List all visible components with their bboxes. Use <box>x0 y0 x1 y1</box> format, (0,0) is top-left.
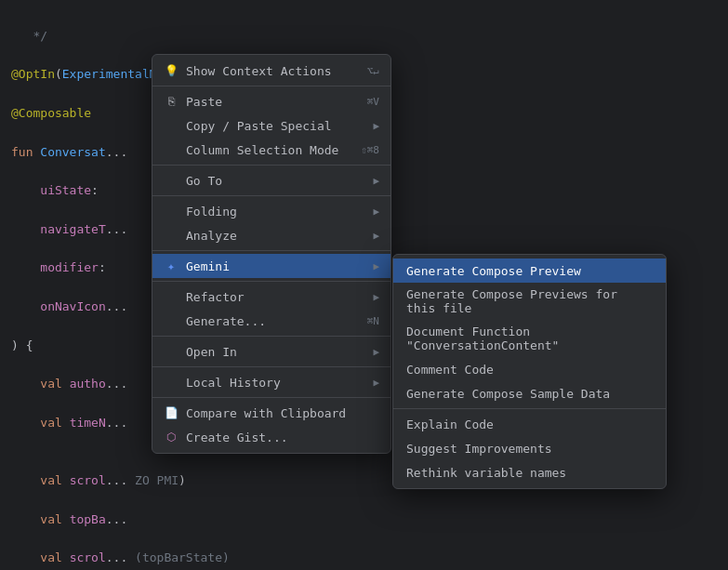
arrow-icon: ▶ <box>373 230 379 242</box>
menu-label: Local History <box>186 376 281 390</box>
menu-divider <box>152 165 390 166</box>
compare-icon: 📄 <box>164 405 179 420</box>
menu-label: Copy / Paste Special <box>186 119 332 133</box>
menu-label: Create Gist... <box>186 431 288 444</box>
submenu-item-generate-compose-sample[interactable]: Generate Compose Sample Data <box>393 381 666 405</box>
menu-item-column-selection[interactable]: Column Selection Mode ⇧⌘8 <box>152 138 390 162</box>
empty-icon <box>164 289 179 304</box>
shortcut: ⇧⌘8 <box>361 144 379 156</box>
menu-label: Gemini <box>186 259 230 273</box>
menu-label: Paste <box>186 95 222 109</box>
submenu-item-explain-code[interactable]: Explain Code <box>393 412 666 436</box>
arrow-icon: ▶ <box>373 120 379 132</box>
menu-item-go-to[interactable]: Go To ▶ <box>152 168 390 192</box>
menu-label: Generate... <box>186 314 266 328</box>
submenu-divider <box>393 408 666 409</box>
arrow-icon: ▶ <box>373 205 379 218</box>
submenu-label: Comment Code <box>406 363 494 377</box>
empty-icon <box>164 228 179 243</box>
menu-item-local-history[interactable]: Local History ▶ <box>152 370 390 394</box>
arrow-icon: ▶ <box>373 346 379 358</box>
menu-divider <box>152 366 390 367</box>
submenu-label: Generate Compose Sample Data <box>406 387 610 401</box>
menu-label: Compare with Clipboard <box>186 406 346 420</box>
menu-item-copy-paste-special[interactable]: Copy / Paste Special ▶ <box>152 113 390 138</box>
menu-item-show-context-actions[interactable]: 💡 Show Context Actions ⌥↵ <box>152 59 390 83</box>
menu-label: Analyze <box>186 229 237 243</box>
menu-divider <box>152 281 390 282</box>
gist-icon: ⬡ <box>164 430 179 444</box>
gemini-icon: ✦ <box>164 258 179 273</box>
menu-item-refactor[interactable]: Refactor ▶ <box>152 285 390 309</box>
menu-divider <box>152 195 390 196</box>
arrow-icon: ▶ <box>373 291 379 303</box>
empty-icon <box>164 344 179 359</box>
menu-item-compare-clipboard[interactable]: 📄 Compare with Clipboard <box>152 401 390 425</box>
menu-label: Refactor <box>186 290 245 304</box>
shortcut: ⌥↵ <box>367 65 379 77</box>
menu-item-generate[interactable]: Generate... ⌘N <box>152 309 390 333</box>
menu-divider <box>152 336 390 337</box>
menu-divider <box>152 86 390 86</box>
submenu-item-generate-compose-preview[interactable]: Generate Compose Preview <box>393 258 666 283</box>
empty-icon <box>164 118 179 133</box>
submenu-label: Explain Code <box>406 418 494 431</box>
menu-label: Go To <box>186 174 222 188</box>
arrow-icon: ▶ <box>373 175 379 187</box>
empty-icon <box>164 142 179 157</box>
submenu-label: Rethink variable names <box>406 466 566 480</box>
submenu-label: Generate Compose Preview <box>406 264 581 278</box>
submenu-item-suggest-improvements[interactable]: Suggest Improvements <box>393 436 666 460</box>
arrow-icon: ▶ <box>373 260 379 272</box>
empty-icon <box>164 204 179 219</box>
menu-item-folding[interactable]: Folding ▶ <box>152 199 390 223</box>
lightbulb-icon: 💡 <box>164 63 179 78</box>
menu-label: Column Selection Mode <box>186 143 338 157</box>
menu-label: Open In <box>186 345 237 359</box>
menu-divider <box>152 250 390 251</box>
gemini-submenu: Generate Compose Preview Generate Compos… <box>392 254 667 489</box>
menu-label: Show Context Actions <box>186 64 332 78</box>
menu-item-paste[interactable]: ⎘ Paste ⌘V <box>152 89 390 113</box>
menu-item-gemini[interactable]: ✦ Gemini ▶ Generate Compose Preview Gene… <box>152 254 390 278</box>
empty-icon <box>164 173 179 188</box>
shortcut: ⌘V <box>367 96 379 108</box>
submenu-item-generate-compose-previews-file[interactable]: Generate Compose Previews for this file <box>393 283 666 320</box>
submenu-item-document-function[interactable]: Document Function "ConversationContent" <box>393 320 666 357</box>
menu-item-create-gist[interactable]: ⬡ Create Gist... <box>152 425 390 449</box>
menu-item-analyze[interactable]: Analyze ▶ <box>152 223 390 247</box>
submenu-label: Generate Compose Previews for this file <box>406 287 653 315</box>
menu-label: Folding <box>186 205 237 219</box>
menu-divider <box>152 397 390 398</box>
empty-icon <box>164 313 179 328</box>
submenu-label: Document Function "ConversationContent" <box>406 325 653 352</box>
menu-item-open-in[interactable]: Open In ▶ <box>152 339 390 364</box>
shortcut: ⌘N <box>367 315 379 327</box>
paste-icon: ⎘ <box>164 94 179 109</box>
arrow-icon: ▶ <box>373 377 379 389</box>
context-menu: 💡 Show Context Actions ⌥↵ ⎘ Paste ⌘V Cop… <box>152 54 391 454</box>
submenu-label: Suggest Improvements <box>406 442 552 456</box>
empty-icon <box>164 375 179 390</box>
submenu-item-rethink-variable[interactable]: Rethink variable names <box>393 460 666 484</box>
submenu-item-comment-code[interactable]: Comment Code <box>393 357 666 381</box>
